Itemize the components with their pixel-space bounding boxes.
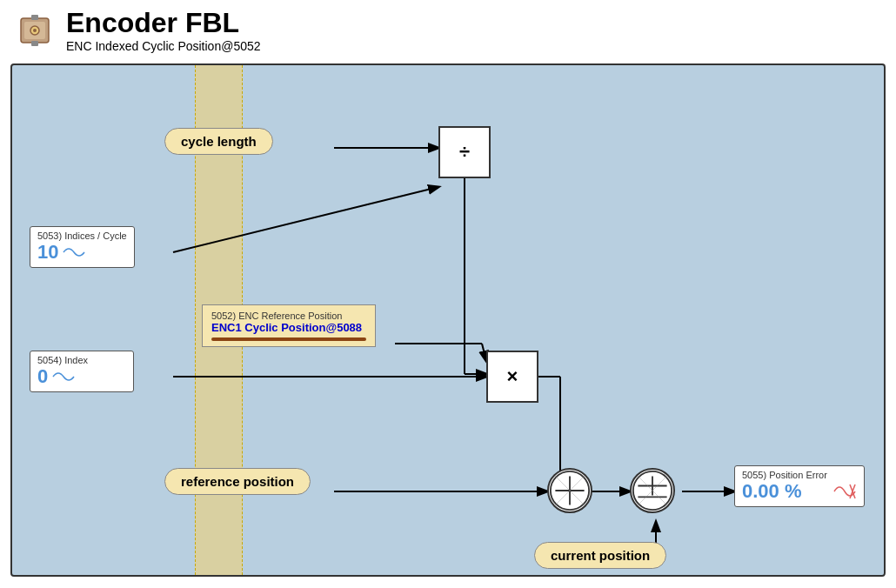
diagram-container: cycle length ÷ 5053) Indices / Cycle 10 … (10, 63, 886, 577)
indices-value: 10 (37, 241, 127, 264)
enc-link[interactable]: ENC1 Cyclic Position@5088 (211, 321, 366, 334)
index-box[interactable]: 5054) Index 0 (30, 351, 134, 392)
encoder-icon (14, 10, 56, 51)
position-error-box[interactable]: 5055) Position Error 0.00 % (734, 465, 865, 507)
index-value: 0 (37, 365, 126, 388)
current-position-label: current position (534, 542, 666, 569)
enc-param-label: 5052) ENC Reference Position (211, 311, 366, 321)
header-text: Encoder FBL ENC Indexed Cyclic Position@… (66, 7, 261, 53)
position-error-label: 5055) Position Error (742, 470, 857, 480)
subtract-operator (630, 468, 675, 513)
header: Encoder FBL ENC Indexed Cyclic Position@… (0, 0, 896, 60)
reference-position-label: reference position (164, 468, 311, 495)
svg-rect-2 (31, 15, 38, 20)
index-label: 5054) Index (37, 355, 126, 365)
multiply-operator: × (486, 351, 538, 403)
position-error-value: 0.00 % (742, 480, 857, 503)
enc-reference-box[interactable]: 5052) ENC Reference Position ENC1 Cyclic… (202, 304, 376, 347)
indices-per-cycle-box[interactable]: 5053) Indices / Cycle 10 (30, 226, 135, 268)
cycle-length-label: cycle length (164, 128, 273, 155)
app-title: Encoder FBL (66, 7, 261, 39)
app-subtitle: ENC Indexed Cyclic Position@5052 (66, 39, 261, 53)
add-operator (547, 468, 592, 513)
divide-operator: ÷ (438, 126, 491, 178)
svg-rect-3 (31, 41, 38, 46)
svg-point-5 (33, 29, 37, 32)
indices-label: 5053) Indices / Cycle (37, 231, 127, 241)
enc-bar (211, 337, 366, 341)
